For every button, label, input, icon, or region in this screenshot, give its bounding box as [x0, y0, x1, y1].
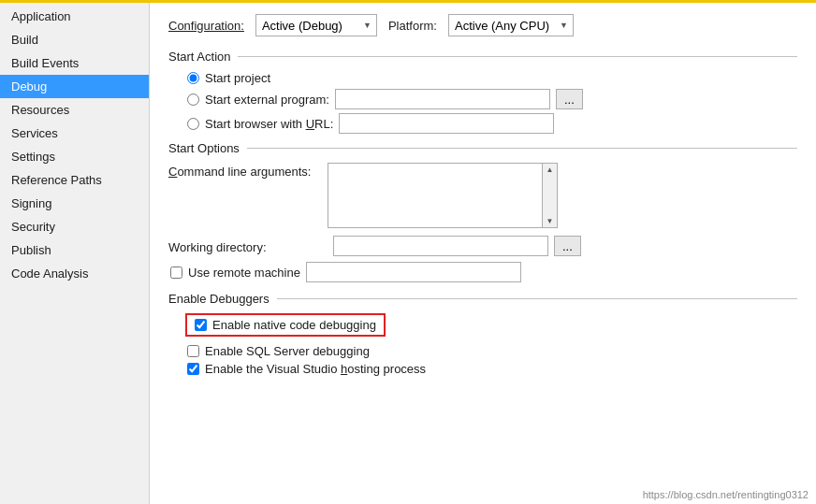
debuggers-line [277, 298, 797, 299]
sidebar-item-code-analysis[interactable]: Code Analysis [0, 262, 149, 285]
configuration-select[interactable]: Active (Debug) [255, 14, 377, 36]
sql-server-checkbox[interactable] [187, 345, 199, 357]
start-browser-label: Start browser with URL: [205, 117, 333, 131]
start-action-title: Start Action [168, 50, 230, 64]
sidebar-item-publish[interactable]: Publish [0, 238, 149, 262]
debuggers-section-header: Enable Debuggers [168, 292, 797, 306]
start-project-row: Start project [187, 71, 797, 85]
remote-machine-checkbox[interactable] [170, 266, 182, 279]
sidebar-item-build-events[interactable]: Build Events [0, 51, 149, 75]
native-code-wrapper: Enable native code debugging [168, 313, 797, 340]
sidebar-item-debug[interactable]: Debug [0, 75, 149, 98]
start-options-section: Start Options Command line arguments: ▲ … [168, 141, 797, 282]
vs-hosting-label: Enable the Visual Studio hosting process [205, 362, 426, 376]
cmdline-scrollbar: ▲ ▼ [543, 163, 558, 228]
workdir-label: Working directory: [168, 238, 328, 254]
configuration-select-wrapper: Active (Debug) [255, 14, 377, 36]
sidebar-item-reference-paths[interactable]: Reference Paths [0, 168, 149, 192]
content-area: Configuration: Active (Debug) Platform: … [150, 3, 816, 504]
start-browser-row: Start browser with URL: [187, 113, 797, 134]
sql-server-label: Enable SQL Server debugging [205, 344, 370, 358]
remote-machine-input[interactable] [306, 262, 521, 282]
sidebar-item-build[interactable]: Build [0, 28, 149, 51]
start-external-label: Start external program: [205, 93, 329, 107]
start-project-label: Start project [205, 71, 270, 85]
scroll-up-arrow: ▲ [545, 164, 556, 176]
sidebar: ApplicationBuildBuild EventsDebugResourc… [0, 3, 150, 504]
watermark: https://blog.csdn.net/rentingting0312 [643, 489, 809, 500]
start-external-radio[interactable] [187, 94, 199, 106]
start-browser-input[interactable] [339, 113, 554, 134]
configuration-label: Configuration: [168, 19, 244, 33]
sidebar-item-application[interactable]: Application [0, 5, 149, 28]
sidebar-item-resources[interactable]: Resources [0, 98, 149, 122]
start-project-radio[interactable] [187, 72, 199, 84]
sql-server-row: Enable SQL Server debugging [187, 344, 797, 358]
platform-select[interactable]: Active (Any CPU) [448, 14, 574, 36]
start-external-browse[interactable]: ... [556, 89, 583, 109]
scroll-down-arrow: ▼ [545, 215, 556, 227]
workdir-browse-btn[interactable]: ... [554, 236, 581, 256]
vs-hosting-checkbox[interactable] [187, 363, 199, 375]
start-external-input[interactable] [335, 89, 550, 109]
sidebar-item-services[interactable]: Services [0, 122, 149, 145]
remote-machine-label: Use remote machine [188, 266, 300, 280]
start-options-section-header: Start Options [168, 141, 797, 155]
debuggers-title: Enable Debuggers [168, 292, 270, 306]
start-external-row: Start external program: ... [187, 89, 797, 109]
cmdline-textarea[interactable] [328, 163, 543, 228]
sidebar-item-settings[interactable]: Settings [0, 145, 149, 168]
start-browser-radio[interactable] [187, 118, 199, 130]
sidebar-item-signing[interactable]: Signing [0, 192, 149, 215]
start-action-section-header: Start Action [168, 50, 797, 64]
start-action-radio-group: Start project Start external program: ..… [187, 71, 797, 134]
platform-select-wrapper: Active (Any CPU) [448, 14, 574, 36]
start-options-title: Start Options [168, 141, 240, 155]
workdir-input[interactable] [333, 236, 548, 256]
workdir-row: Working directory: ... [168, 236, 797, 256]
native-code-highlight-box: Enable native code debugging [185, 313, 386, 337]
remote-machine-row: Use remote machine [170, 262, 797, 282]
sidebar-item-security[interactable]: Security [0, 215, 149, 238]
main-container: ApplicationBuildBuild EventsDebugResourc… [0, 3, 816, 504]
native-code-checkbox[interactable] [195, 319, 207, 331]
config-row: Configuration: Active (Debug) Platform: … [168, 14, 797, 36]
cmdline-label: Command line arguments: [168, 163, 328, 179]
vs-hosting-row: Enable the Visual Studio hosting process [187, 362, 797, 376]
platform-label: Platform: [388, 19, 437, 33]
start-options-line [247, 148, 797, 149]
native-code-label: Enable native code debugging [212, 318, 376, 332]
debuggers-section: Enable Debuggers Enable native code debu… [168, 292, 797, 376]
cmdline-row: Command line arguments: ▲ ▼ [168, 163, 797, 228]
cmdline-input-wrapper: ▲ ▼ [328, 163, 558, 228]
start-action-line [238, 56, 797, 57]
